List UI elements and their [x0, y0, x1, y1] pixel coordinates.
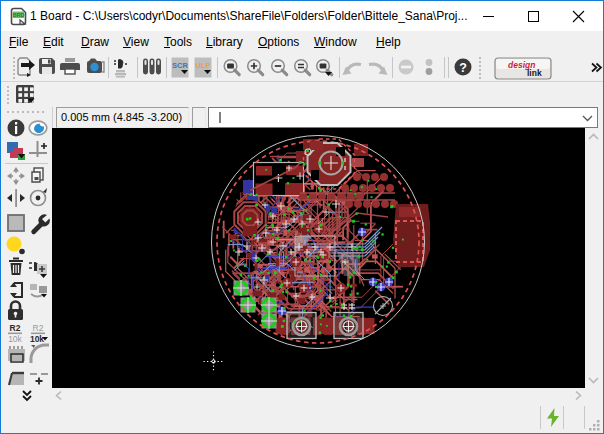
- svg-text:R2: R2: [33, 323, 44, 333]
- svg-text:?: ?: [459, 61, 467, 75]
- svg-text:SCR: SCR: [172, 61, 188, 70]
- svg-text:10k: 10k: [30, 334, 44, 344]
- svg-text:10k: 10k: [8, 334, 22, 344]
- svg-text:ULP: ULP: [196, 61, 211, 70]
- svg-text:BRD: BRD: [13, 12, 25, 18]
- svg-text:link: link: [527, 68, 542, 78]
- svg-text:R2: R2: [10, 323, 21, 333]
